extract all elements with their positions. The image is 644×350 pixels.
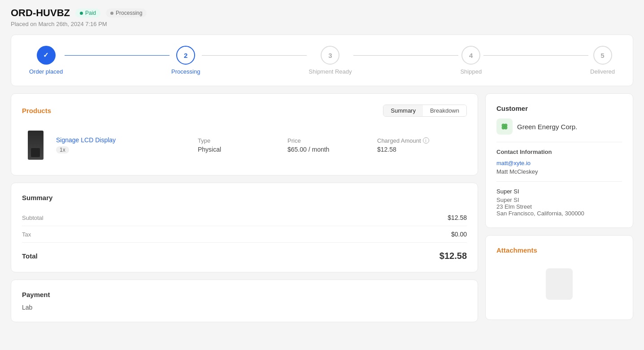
left-column: Products Summary Breakdown Signage LCD D… [11, 93, 478, 322]
attachment-placeholder [496, 259, 622, 309]
connector-4-5 [483, 55, 588, 56]
customer-logo-icon [500, 122, 509, 131]
type-value: Physical [198, 146, 287, 153]
type-col: Type Physical [198, 137, 287, 153]
product-name[interactable]: Signage LCD Display [56, 136, 191, 144]
divider-2 [496, 181, 622, 182]
total-value: $12.58 [439, 251, 467, 261]
step-5-label: Delivered [590, 68, 615, 75]
step-5-circle: 5 [593, 46, 612, 65]
contact-person: Matt McCleskey [496, 168, 622, 175]
product-image [22, 129, 49, 161]
products-header: Products Summary Breakdown [22, 105, 467, 117]
connector-2-3 [202, 55, 307, 56]
order-date: Placed on March 26th, 2024 7:16 PM [11, 21, 633, 27]
step-2-label: Processing [171, 68, 200, 75]
address-company: Super SI [496, 188, 622, 195]
main-layout: Products Summary Breakdown Signage LCD D… [11, 93, 633, 322]
payment-method: Lab [22, 304, 467, 311]
connector-1-2 [65, 55, 170, 56]
product-qty: 1x [56, 146, 69, 153]
customer-name: Green Energy Corp. [517, 123, 577, 131]
summary-card: Summary Subtotal $12.58 Tax $0.00 Total … [11, 183, 478, 272]
step-delivered: 5 Delivered [590, 46, 615, 75]
customer-card: Customer Green Energy Corp. Cont [485, 93, 633, 228]
step-4-label: Shipped [460, 68, 482, 75]
step-1-circle: ✓ [37, 46, 56, 65]
connector-3-4 [353, 55, 458, 56]
subtotal-row: Subtotal $12.58 [22, 210, 467, 226]
tax-value: $0.00 [451, 231, 467, 238]
right-column: Customer Green Energy Corp. Cont [485, 93, 633, 322]
price-value: $65.00 / month [287, 146, 377, 153]
tax-row: Tax $0.00 [22, 226, 467, 243]
step-4-circle: 4 [461, 46, 480, 65]
step-order-placed: ✓ Order placed [29, 46, 63, 75]
svg-point-3 [504, 126, 507, 129]
paid-dot [80, 12, 83, 15]
charged-info-icon[interactable]: i [423, 137, 429, 144]
divider-1 [496, 142, 622, 142]
product-img-placeholder [28, 131, 44, 160]
charged-value: $12.58 [377, 146, 467, 153]
order-id: ORD-HUVBZ [11, 7, 70, 19]
subtotal-value: $12.58 [448, 214, 467, 221]
charged-label: Charged Amount i [377, 137, 467, 144]
processing-label: Processing [116, 10, 142, 16]
product-cols: Type Physical Price $65.00 / month Charg… [198, 137, 467, 153]
price-col: Price $65.00 / month [287, 137, 377, 153]
step-3-label: Shipment Ready [309, 68, 352, 75]
attachments-title: Attachments [496, 246, 622, 254]
payment-card: Payment Lab [11, 280, 478, 322]
tab-breakdown-btn[interactable]: Breakdown [423, 105, 466, 116]
customer-section-title: Customer [496, 105, 622, 112]
type-label: Type [198, 137, 287, 144]
attachment-icon [546, 268, 573, 300]
progress-card: ✓ Order placed 2 Processing 3 Shipment R… [11, 35, 633, 86]
customer-name-row: Green Energy Corp. [496, 118, 622, 135]
contact-section-title: Contact Information [496, 149, 622, 155]
customer-logo [496, 118, 513, 135]
payment-title: Payment [22, 291, 467, 298]
tax-label: Tax [22, 231, 31, 238]
steps-container: ✓ Order placed 2 Processing 3 Shipment R… [29, 46, 615, 75]
processing-badge: Processing [106, 9, 147, 18]
address-line3: San Francisco, California, 300000 [496, 210, 622, 217]
product-details: Signage LCD Display 1x [56, 136, 191, 153]
step-3-circle: 3 [321, 46, 339, 65]
address-line1: Super SI [496, 197, 622, 203]
tab-group: Summary Breakdown [383, 105, 467, 117]
step-2-circle: 2 [176, 46, 195, 65]
paid-badge: Paid [75, 9, 100, 18]
step-shipment-ready: 3 Shipment Ready [309, 46, 352, 75]
products-card: Products Summary Breakdown Signage LCD D… [11, 93, 478, 175]
summary-title: Summary [22, 194, 467, 201]
charged-col: Charged Amount i $12.58 [377, 137, 467, 153]
tab-summary-btn[interactable]: Summary [383, 105, 423, 116]
attachments-card: Attachments [485, 235, 633, 320]
subtotal-label: Subtotal [22, 214, 44, 221]
step-1-label: Order placed [29, 68, 63, 75]
contact-email[interactable]: matt@xyte.io [496, 160, 622, 166]
price-label: Price [287, 137, 377, 144]
product-row: Signage LCD Display 1x Type Physical Pri… [22, 126, 467, 164]
paid-label: Paid [85, 10, 96, 16]
total-label: Total [22, 252, 38, 260]
step-shipped: 4 Shipped [460, 46, 482, 75]
step-processing: 2 Processing [171, 46, 200, 75]
products-title: Products [22, 107, 51, 114]
address-line2: 23 Elm Street [496, 203, 622, 210]
total-row: Total $12.58 [22, 245, 467, 261]
processing-dot [110, 12, 113, 15]
